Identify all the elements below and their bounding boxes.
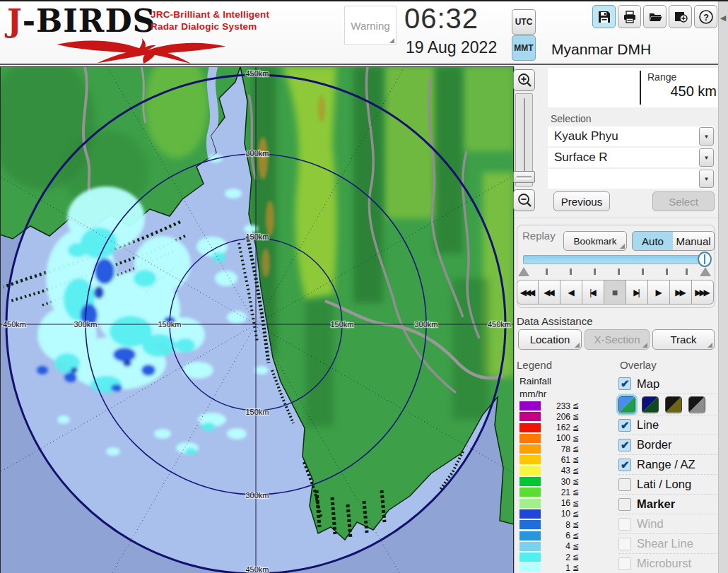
legend-row: 6≦: [519, 531, 590, 540]
stop-button[interactable]: ■: [604, 280, 626, 305]
extra-dropdown[interactable]: [548, 169, 714, 189]
legend-swatch: [519, 401, 541, 410]
help-icon: ?: [698, 9, 714, 25]
radar-map[interactable]: 450km 300km 150km 150km 300km 450km 450k…: [0, 66, 514, 573]
legend-swatch: [519, 531, 541, 540]
legend-swatch: [519, 434, 541, 443]
map-checkbox[interactable]: [618, 377, 631, 390]
logo-tagline-2: Radar Dialogic System: [151, 20, 257, 33]
product-dropdown[interactable]: Surface R: [548, 148, 714, 167]
x-section-button[interactable]: X-Section: [585, 329, 650, 350]
line-checkbox[interactable]: [618, 419, 631, 432]
save-button[interactable]: [592, 5, 616, 28]
play-backward-button[interactable]: ◀: [560, 280, 582, 305]
panel-splitter[interactable]: [718, 1, 728, 573]
rainfall-legend: 233≦ 206≦ 162≦ 100≦ 78≦ 61≦ 43≦ 30≦ 21≦ …: [519, 401, 590, 573]
overlay-row-lati-long[interactable]: Lati / Long: [618, 474, 717, 494]
step-back-button[interactable]: |◀: [582, 280, 604, 305]
add-image-icon: [674, 10, 688, 24]
shear-line-checkbox: [618, 538, 631, 550]
legend-swatch: [519, 563, 541, 572]
panel-separator: [515, 218, 718, 218]
map-style-4[interactable]: [688, 396, 705, 413]
svg-text:?: ?: [703, 12, 709, 22]
legend-swatch: [519, 553, 541, 562]
print-button[interactable]: [618, 5, 641, 28]
svg-text:450km: 450km: [245, 565, 269, 573]
eagle-icon: [10, 37, 273, 64]
warning-button[interactable]: Warning: [344, 6, 397, 45]
slider-tick: [546, 268, 548, 275]
legend-swatch: [519, 488, 541, 497]
select-button[interactable]: Select: [652, 191, 715, 211]
zoom-out-icon: [517, 193, 532, 208]
clock-time: 06:32: [404, 3, 479, 35]
replay-range-start-marker[interactable]: [518, 267, 529, 276]
zoom-slider-handle[interactable]: [513, 171, 535, 183]
open-folder-icon: [648, 10, 662, 24]
play-button[interactable]: ▶: [648, 280, 670, 305]
manual-mode-button[interactable]: Manual: [673, 231, 715, 251]
overlay-row-range-az[interactable]: Range / AZ: [618, 454, 717, 474]
map-style-3[interactable]: [665, 396, 682, 413]
border-checkbox[interactable]: [618, 439, 631, 451]
open-file-button[interactable]: [643, 5, 667, 28]
lati-long-checkbox[interactable]: [618, 478, 631, 491]
legend-swatch: [519, 466, 541, 475]
rewind-button[interactable]: ◀◀: [539, 280, 560, 305]
replay-range-end-marker[interactable]: [700, 267, 711, 276]
marker-checkbox[interactable]: [618, 498, 631, 511]
zoom-out-button[interactable]: [513, 189, 535, 211]
svg-text:150km: 150km: [245, 232, 269, 241]
add-image-button[interactable]: [669, 5, 692, 28]
map-style-2[interactable]: [642, 396, 659, 413]
extra-dropdown-arrow-icon[interactable]: [699, 170, 714, 188]
legend-row: 43≦: [519, 466, 590, 475]
site-dropdown[interactable]: Kyauk Phyu: [548, 126, 714, 146]
replay-slider-handle[interactable]: [698, 252, 712, 267]
legend-swatch: [519, 444, 541, 454]
replay-slider-track[interactable]: [523, 255, 711, 264]
zoom-in-button[interactable]: [513, 69, 535, 91]
svg-text:450km: 450km: [3, 320, 26, 329]
location-button[interactable]: Location: [518, 329, 582, 350]
svg-text:300km: 300km: [414, 320, 438, 329]
zoom-in-icon: [517, 73, 532, 88]
map-style-1[interactable]: [618, 396, 635, 413]
legend-row: 30≦: [519, 477, 590, 486]
svg-text:300km: 300km: [245, 491, 269, 500]
step-forward-button[interactable]: ▶|: [626, 280, 648, 305]
help-button[interactable]: ?: [694, 5, 717, 28]
microburst-checkbox: [618, 557, 631, 570]
print-icon: [623, 10, 637, 24]
product-dropdown-arrow-icon[interactable]: [699, 148, 714, 167]
previous-button[interactable]: Previous: [553, 191, 610, 211]
legend-row: 8≦: [519, 520, 590, 529]
fast-rewind-button[interactable]: ◀◀◀: [517, 280, 539, 305]
save-icon: [597, 10, 611, 24]
utc-button[interactable]: UTC: [512, 9, 536, 35]
mmt-button[interactable]: MMT: [512, 35, 536, 61]
auto-mode-button[interactable]: Auto: [632, 231, 674, 251]
fast-forward-button[interactable]: ▶▶: [670, 280, 692, 305]
range-divider: [640, 71, 641, 105]
svg-text:300km: 300km: [245, 149, 269, 158]
bookmark-button[interactable]: Bookmark: [563, 231, 627, 251]
range-az-checkbox[interactable]: [618, 459, 631, 471]
track-button[interactable]: Track: [652, 329, 715, 350]
data-assistance-label: Data Assistance: [517, 315, 593, 327]
overlay-row-map[interactable]: Map: [618, 374, 717, 394]
overlay-row-border[interactable]: Border: [618, 435, 717, 454]
clock-date: 19 Aug 2022: [406, 38, 497, 57]
legend-row: 233≦: [519, 401, 590, 410]
legend-row: 162≦: [519, 423, 590, 432]
radar-map-canvas: 450km 300km 150km 150km 300km 450km 450k…: [0, 66, 514, 573]
site-dropdown-arrow-icon[interactable]: [699, 127, 714, 146]
legend-label: Legend: [517, 359, 552, 371]
overlay-row-marker[interactable]: Marker: [618, 494, 717, 514]
legend-swatch: [519, 520, 541, 529]
overlay-row-microburst: Microburst: [618, 553, 717, 573]
overlay-row-line[interactable]: Line: [618, 415, 717, 435]
splitter-arrow-icon[interactable]: ◀: [719, 13, 727, 23]
fastest-forward-button[interactable]: ▶▶▶: [692, 280, 714, 305]
